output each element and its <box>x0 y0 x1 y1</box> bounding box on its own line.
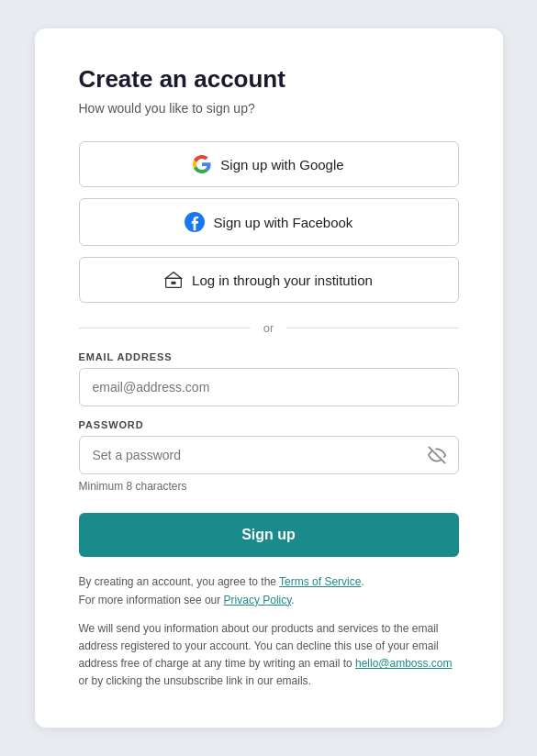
email-field-group: EMAIL ADDRESS <box>79 351 459 406</box>
terms-text: By creating an account, you agree to the… <box>79 573 459 608</box>
eye-slash-icon <box>428 446 446 464</box>
password-input[interactable] <box>79 436 459 474</box>
page-title: Create an account <box>79 65 459 94</box>
page-subtitle: How would you like to sign up? <box>79 101 459 116</box>
contact-email-link[interactable]: hello@amboss.com <box>355 657 453 670</box>
password-field-group: PASSWORD Minimum 8 characters <box>79 419 459 493</box>
privacy-policy-link[interactable]: Privacy Policy <box>224 594 292 606</box>
email-input[interactable] <box>79 368 459 406</box>
or-divider: or <box>79 321 459 335</box>
signup-button[interactable]: Sign up <box>79 513 459 557</box>
email-label: EMAIL ADDRESS <box>79 351 459 362</box>
terms-of-service-link[interactable]: Terms of Service <box>279 575 361 588</box>
institution-login-button[interactable]: Log in through your institution <box>79 257 459 303</box>
password-hint: Minimum 8 characters <box>79 480 459 493</box>
info-text: We will send you information about our p… <box>79 620 459 691</box>
signup-button-label: Sign up <box>241 527 296 542</box>
svg-rect-2 <box>172 282 174 284</box>
facebook-button-label: Sign up with Facebook <box>214 215 353 230</box>
divider-text: or <box>251 321 287 335</box>
password-label: PASSWORD <box>79 419 459 430</box>
svg-rect-3 <box>173 282 176 284</box>
password-input-wrapper <box>79 436 459 474</box>
password-toggle-button[interactable] <box>424 442 450 468</box>
signup-card: Create an account How would you like to … <box>35 28 503 727</box>
facebook-signup-button[interactable]: Sign up with Facebook <box>79 198 459 246</box>
google-icon <box>193 155 211 173</box>
institution-icon <box>164 271 183 289</box>
google-signup-button[interactable]: Sign up with Google <box>79 141 459 187</box>
google-button-label: Sign up with Google <box>220 157 343 172</box>
facebook-icon <box>185 212 205 232</box>
institution-button-label: Log in through your institution <box>192 272 373 288</box>
